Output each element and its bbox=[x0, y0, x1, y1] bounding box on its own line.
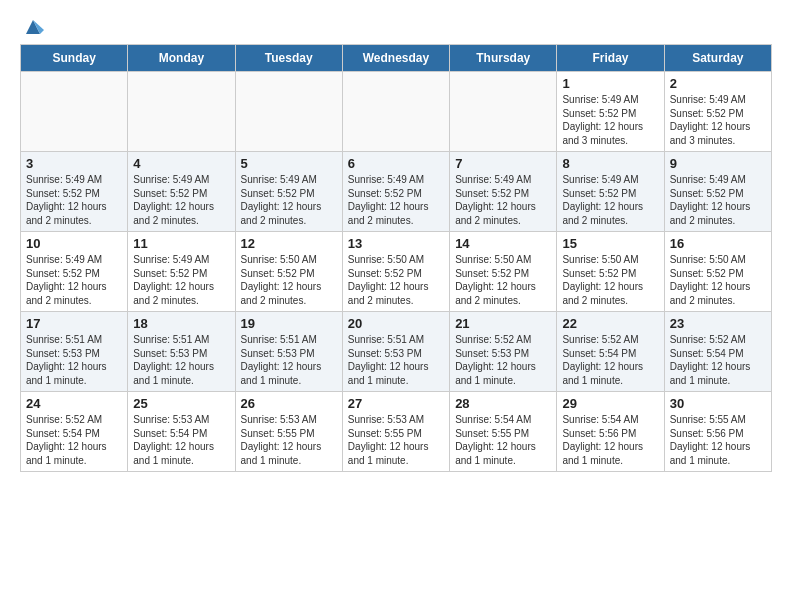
day-info: Sunrise: 5:49 AMSunset: 5:52 PMDaylight:… bbox=[670, 93, 767, 147]
day-info: Sunrise: 5:49 AMSunset: 5:52 PMDaylight:… bbox=[133, 173, 230, 227]
day-number: 16 bbox=[670, 236, 767, 251]
logo-text bbox=[20, 16, 44, 34]
day-number: 6 bbox=[348, 156, 445, 171]
calendar-day-cell: 5Sunrise: 5:49 AMSunset: 5:52 PMDaylight… bbox=[235, 152, 342, 232]
calendar-day-cell: 27Sunrise: 5:53 AMSunset: 5:55 PMDayligh… bbox=[342, 392, 449, 472]
day-number: 3 bbox=[26, 156, 123, 171]
day-number: 10 bbox=[26, 236, 123, 251]
calendar-day-cell: 12Sunrise: 5:50 AMSunset: 5:52 PMDayligh… bbox=[235, 232, 342, 312]
day-info: Sunrise: 5:49 AMSunset: 5:52 PMDaylight:… bbox=[241, 173, 338, 227]
day-number: 2 bbox=[670, 76, 767, 91]
calendar-day-cell: 8Sunrise: 5:49 AMSunset: 5:52 PMDaylight… bbox=[557, 152, 664, 232]
day-info: Sunrise: 5:50 AMSunset: 5:52 PMDaylight:… bbox=[562, 253, 659, 307]
calendar-day-cell bbox=[342, 72, 449, 152]
day-info: Sunrise: 5:49 AMSunset: 5:52 PMDaylight:… bbox=[562, 173, 659, 227]
calendar-day-cell: 7Sunrise: 5:49 AMSunset: 5:52 PMDaylight… bbox=[450, 152, 557, 232]
calendar-day-cell: 26Sunrise: 5:53 AMSunset: 5:55 PMDayligh… bbox=[235, 392, 342, 472]
calendar-day-header: Wednesday bbox=[342, 45, 449, 72]
calendar-day-cell: 19Sunrise: 5:51 AMSunset: 5:53 PMDayligh… bbox=[235, 312, 342, 392]
calendar-day-cell: 23Sunrise: 5:52 AMSunset: 5:54 PMDayligh… bbox=[664, 312, 771, 392]
calendar-day-cell: 2Sunrise: 5:49 AMSunset: 5:52 PMDaylight… bbox=[664, 72, 771, 152]
calendar-day-cell: 30Sunrise: 5:55 AMSunset: 5:56 PMDayligh… bbox=[664, 392, 771, 472]
day-info: Sunrise: 5:55 AMSunset: 5:56 PMDaylight:… bbox=[670, 413, 767, 467]
day-info: Sunrise: 5:49 AMSunset: 5:52 PMDaylight:… bbox=[670, 173, 767, 227]
day-number: 19 bbox=[241, 316, 338, 331]
day-number: 23 bbox=[670, 316, 767, 331]
day-number: 18 bbox=[133, 316, 230, 331]
calendar-day-cell bbox=[21, 72, 128, 152]
day-number: 21 bbox=[455, 316, 552, 331]
day-number: 11 bbox=[133, 236, 230, 251]
day-info: Sunrise: 5:50 AMSunset: 5:52 PMDaylight:… bbox=[670, 253, 767, 307]
calendar-day-cell: 1Sunrise: 5:49 AMSunset: 5:52 PMDaylight… bbox=[557, 72, 664, 152]
day-number: 30 bbox=[670, 396, 767, 411]
day-number: 20 bbox=[348, 316, 445, 331]
day-number: 28 bbox=[455, 396, 552, 411]
calendar-week-row: 17Sunrise: 5:51 AMSunset: 5:53 PMDayligh… bbox=[21, 312, 772, 392]
calendar-day-cell bbox=[450, 72, 557, 152]
day-info: Sunrise: 5:50 AMSunset: 5:52 PMDaylight:… bbox=[241, 253, 338, 307]
calendar-day-cell: 13Sunrise: 5:50 AMSunset: 5:52 PMDayligh… bbox=[342, 232, 449, 312]
day-number: 29 bbox=[562, 396, 659, 411]
day-info: Sunrise: 5:49 AMSunset: 5:52 PMDaylight:… bbox=[133, 253, 230, 307]
page-container: SundayMondayTuesdayWednesdayThursdayFrid… bbox=[0, 0, 792, 482]
calendar-day-cell: 9Sunrise: 5:49 AMSunset: 5:52 PMDaylight… bbox=[664, 152, 771, 232]
day-number: 4 bbox=[133, 156, 230, 171]
day-number: 12 bbox=[241, 236, 338, 251]
calendar-day-cell: 14Sunrise: 5:50 AMSunset: 5:52 PMDayligh… bbox=[450, 232, 557, 312]
day-number: 26 bbox=[241, 396, 338, 411]
logo-icon bbox=[22, 16, 44, 38]
day-info: Sunrise: 5:53 AMSunset: 5:55 PMDaylight:… bbox=[241, 413, 338, 467]
calendar-week-row: 24Sunrise: 5:52 AMSunset: 5:54 PMDayligh… bbox=[21, 392, 772, 472]
calendar-day-cell: 11Sunrise: 5:49 AMSunset: 5:52 PMDayligh… bbox=[128, 232, 235, 312]
calendar-day-cell: 18Sunrise: 5:51 AMSunset: 5:53 PMDayligh… bbox=[128, 312, 235, 392]
calendar-day-header: Sunday bbox=[21, 45, 128, 72]
day-info: Sunrise: 5:51 AMSunset: 5:53 PMDaylight:… bbox=[348, 333, 445, 387]
day-number: 1 bbox=[562, 76, 659, 91]
calendar-table: SundayMondayTuesdayWednesdayThursdayFrid… bbox=[20, 44, 772, 472]
day-info: Sunrise: 5:49 AMSunset: 5:52 PMDaylight:… bbox=[455, 173, 552, 227]
calendar-day-cell: 25Sunrise: 5:53 AMSunset: 5:54 PMDayligh… bbox=[128, 392, 235, 472]
day-number: 24 bbox=[26, 396, 123, 411]
day-info: Sunrise: 5:52 AMSunset: 5:54 PMDaylight:… bbox=[562, 333, 659, 387]
calendar-day-cell: 3Sunrise: 5:49 AMSunset: 5:52 PMDaylight… bbox=[21, 152, 128, 232]
day-info: Sunrise: 5:54 AMSunset: 5:56 PMDaylight:… bbox=[562, 413, 659, 467]
calendar-day-cell: 4Sunrise: 5:49 AMSunset: 5:52 PMDaylight… bbox=[128, 152, 235, 232]
calendar-day-cell: 29Sunrise: 5:54 AMSunset: 5:56 PMDayligh… bbox=[557, 392, 664, 472]
calendar-week-row: 3Sunrise: 5:49 AMSunset: 5:52 PMDaylight… bbox=[21, 152, 772, 232]
calendar-header-row: SundayMondayTuesdayWednesdayThursdayFrid… bbox=[21, 45, 772, 72]
calendar-day-header: Thursday bbox=[450, 45, 557, 72]
day-info: Sunrise: 5:53 AMSunset: 5:55 PMDaylight:… bbox=[348, 413, 445, 467]
calendar-week-row: 10Sunrise: 5:49 AMSunset: 5:52 PMDayligh… bbox=[21, 232, 772, 312]
day-info: Sunrise: 5:49 AMSunset: 5:52 PMDaylight:… bbox=[348, 173, 445, 227]
calendar-day-cell bbox=[128, 72, 235, 152]
header bbox=[20, 16, 772, 34]
day-info: Sunrise: 5:53 AMSunset: 5:54 PMDaylight:… bbox=[133, 413, 230, 467]
day-info: Sunrise: 5:51 AMSunset: 5:53 PMDaylight:… bbox=[133, 333, 230, 387]
day-info: Sunrise: 5:49 AMSunset: 5:52 PMDaylight:… bbox=[26, 173, 123, 227]
calendar-day-cell: 22Sunrise: 5:52 AMSunset: 5:54 PMDayligh… bbox=[557, 312, 664, 392]
day-number: 27 bbox=[348, 396, 445, 411]
calendar-day-cell: 20Sunrise: 5:51 AMSunset: 5:53 PMDayligh… bbox=[342, 312, 449, 392]
calendar-day-cell: 16Sunrise: 5:50 AMSunset: 5:52 PMDayligh… bbox=[664, 232, 771, 312]
day-number: 5 bbox=[241, 156, 338, 171]
day-number: 17 bbox=[26, 316, 123, 331]
day-info: Sunrise: 5:52 AMSunset: 5:54 PMDaylight:… bbox=[26, 413, 123, 467]
calendar-day-header: Monday bbox=[128, 45, 235, 72]
calendar-day-cell: 10Sunrise: 5:49 AMSunset: 5:52 PMDayligh… bbox=[21, 232, 128, 312]
day-number: 25 bbox=[133, 396, 230, 411]
calendar-day-cell: 21Sunrise: 5:52 AMSunset: 5:53 PMDayligh… bbox=[450, 312, 557, 392]
day-info: Sunrise: 5:54 AMSunset: 5:55 PMDaylight:… bbox=[455, 413, 552, 467]
calendar-day-header: Saturday bbox=[664, 45, 771, 72]
calendar-week-row: 1Sunrise: 5:49 AMSunset: 5:52 PMDaylight… bbox=[21, 72, 772, 152]
calendar-day-cell: 6Sunrise: 5:49 AMSunset: 5:52 PMDaylight… bbox=[342, 152, 449, 232]
logo bbox=[20, 16, 44, 34]
day-number: 15 bbox=[562, 236, 659, 251]
calendar-day-header: Tuesday bbox=[235, 45, 342, 72]
day-info: Sunrise: 5:52 AMSunset: 5:54 PMDaylight:… bbox=[670, 333, 767, 387]
calendar-day-cell bbox=[235, 72, 342, 152]
calendar-day-cell: 24Sunrise: 5:52 AMSunset: 5:54 PMDayligh… bbox=[21, 392, 128, 472]
day-number: 7 bbox=[455, 156, 552, 171]
day-info: Sunrise: 5:49 AMSunset: 5:52 PMDaylight:… bbox=[26, 253, 123, 307]
calendar-day-cell: 15Sunrise: 5:50 AMSunset: 5:52 PMDayligh… bbox=[557, 232, 664, 312]
